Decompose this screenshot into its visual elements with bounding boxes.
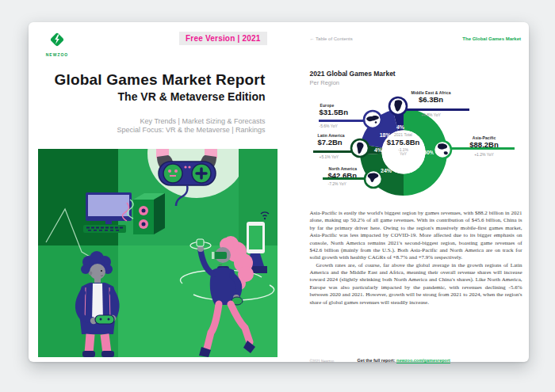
newzoo-logo: NEWZOO (41, 31, 73, 57)
center-total-label: 2021 Total (380, 133, 427, 138)
south-america-map-icon (350, 138, 370, 158)
tagline-line-1: Key Trends | Market Sizing & Forecasts (117, 117, 266, 126)
body-paragraph-2: Growth rates are, of course, far above t… (310, 262, 522, 306)
cover-page: NEWZOO Free Version | 2021 Global Games … (29, 22, 279, 362)
center-total-value: $175.8Bn (380, 139, 427, 147)
callout-value-europe: $31.5Bn (320, 108, 348, 116)
cover-taglines: Key Trends | Market Sizing & Forecasts S… (117, 117, 266, 135)
cover-illustration (38, 149, 278, 357)
chart-title: 2021 Global Games Market (310, 70, 396, 78)
callout-yoy-europe: -5.6% YoY (320, 124, 338, 128)
report-spread: NEWZOO Free Version | 2021 Global Games … (29, 22, 529, 362)
svg-text:4%: 4% (396, 124, 404, 130)
footer-cta-label: Get the full report: (358, 358, 396, 363)
newzoo-logo-icon (48, 31, 66, 48)
callout-yoy-ap: +1.2% YoY (442, 152, 526, 157)
desktop-background: NEWZOO Free Version | 2021 Global Games … (0, 0, 555, 392)
desktop-computer-illustration (83, 192, 165, 234)
callout-yoy-na: -7.2% YoY (328, 181, 346, 186)
cover-subtitle: The VR & Metaverse Edition (55, 90, 266, 103)
donut-center-label: 2021 Total $175.8Bn -1.1% YoY (380, 133, 427, 157)
asia-pacific-map-icon (432, 139, 453, 160)
cover-title-block: Global Games Market Report The VR & Meta… (55, 71, 266, 103)
africa-map-icon (388, 96, 408, 116)
cover-title: Global Games Market Report (55, 71, 266, 89)
europe-map-icon (362, 109, 383, 130)
tagline-line-2: Special Focus: VR & the Metaverse | Rank… (117, 126, 266, 135)
full-report-link[interactable]: newzoo.com/gamesreport (396, 358, 450, 363)
north-america-map-icon (363, 169, 384, 189)
free-version-badge: Free Version | 2021 (179, 32, 266, 45)
body-paragraph-1: Asia-Pacific is easily the world's bigge… (310, 210, 522, 262)
chart-subtitle: Per Region (310, 79, 340, 86)
report-page: ← Table of Contents The Global Games Mar… (279, 22, 530, 362)
table-of-contents-link[interactable]: ← Table of Contents (310, 36, 353, 41)
body-text: Asia-Pacific is easily the world's bigge… (310, 210, 522, 306)
newzoo-logo-text: NEWZOO (41, 52, 73, 57)
callout-bar-latam (313, 150, 354, 153)
callout-bar-ap (451, 147, 515, 150)
callout-yoy-latam: +5.1% YoY (320, 154, 339, 159)
callout-bar-europe (319, 120, 365, 122)
footer-cta: Get the full report: newzoo.com/gamesrep… (279, 358, 530, 363)
region-donut-chart: 50%24%4%18%4% 2021 Total $175.8Bn -1.1% … (279, 89, 529, 211)
callout-value-latam: $7.2Bn (318, 138, 343, 147)
callout-bar-mea (398, 108, 469, 111)
center-growth-unit: YoY (380, 152, 427, 157)
section-link[interactable]: The Global Games Market (462, 36, 521, 41)
